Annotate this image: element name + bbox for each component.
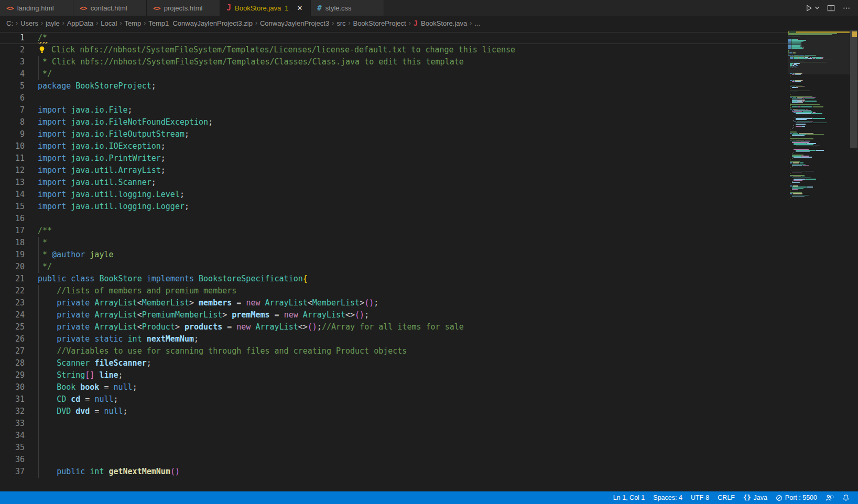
code-line-35[interactable]: 35 [0, 442, 788, 454]
status-cursor-position[interactable]: Ln 1, Col 1 [609, 491, 649, 504]
line-number[interactable]: 32 [0, 406, 25, 418]
line-number[interactable]: 6 [0, 92, 25, 104]
line-number[interactable]: 16 [0, 213, 25, 225]
line-number[interactable]: 37 [0, 466, 25, 478]
status-live-server-port[interactable]: Port : 5500 [772, 491, 821, 504]
code-line-22[interactable]: 22 //lists of members and premium member… [0, 285, 788, 297]
line-number[interactable]: 27 [0, 345, 25, 357]
more-actions-button[interactable] [842, 4, 851, 12]
code-line-13[interactable]: 13import java.util.Scanner; [0, 177, 788, 189]
scrollbar-slider[interactable] [850, 30, 857, 148]
code-line-25[interactable]: 25 private ArrayList<Product> products =… [0, 321, 788, 333]
line-number[interactable]: 26 [0, 333, 25, 345]
status-eol[interactable]: CRLF [713, 491, 739, 504]
code-line-3[interactable]: 3 * Click nbfs://nbhost/SystemFileSystem… [0, 56, 788, 68]
code-line-1[interactable]: 1/* [0, 32, 788, 44]
code-line-21[interactable]: 21public class BookStore implements Book… [0, 273, 788, 285]
minimap[interactable] [788, 30, 850, 491]
breadcrumb-segment-BookStoreProject[interactable]: BookStoreProject [353, 19, 406, 27]
status-language-mode[interactable]: {}Java [739, 491, 772, 504]
tab-BookStore.java[interactable]: JBookStore.java1✕ [220, 0, 311, 16]
line-number[interactable]: 36 [0, 454, 25, 466]
code-line-23[interactable]: 23 private ArrayList<MemberList> members… [0, 297, 788, 309]
breadcrumb-segment-C-[interactable]: C: [6, 19, 13, 27]
vertical-scrollbar[interactable] [850, 30, 858, 491]
line-number[interactable]: 24 [0, 309, 25, 321]
line-number[interactable]: 17 [0, 225, 25, 237]
code-line-5[interactable]: 5package BookStoreProject; [0, 80, 788, 92]
line-number[interactable]: 15 [0, 201, 25, 213]
code-line-4[interactable]: 4 */ [0, 68, 788, 80]
line-number[interactable]: 23 [0, 297, 25, 309]
line-number[interactable]: 11 [0, 152, 25, 165]
code-line-11[interactable]: 11import java.io.PrintWriter; [0, 152, 788, 165]
status-notifications[interactable] [838, 491, 854, 504]
code-line-28[interactable]: 28 Scanner fileScanner; [0, 357, 788, 369]
status-feedback[interactable] [821, 491, 838, 504]
line-number[interactable]: 1 [0, 32, 25, 44]
breadcrumb-segment-BookStore.java[interactable]: JBookStore.java [414, 19, 468, 27]
tab-style.css[interactable]: #style.css [311, 0, 384, 16]
code-line-32[interactable]: 32 DVD dvd = null; [0, 406, 788, 418]
status-indentation[interactable]: Spaces: 4 [649, 491, 687, 504]
breadcrumb-segment-Temp[interactable]: Temp [124, 19, 141, 27]
code-line-31[interactable]: 31 CD cd = null; [0, 393, 788, 406]
line-number[interactable]: 28 [0, 357, 25, 369]
line-number[interactable]: 14 [0, 189, 25, 201]
code-line-7[interactable]: 7import java.io.File; [0, 104, 788, 116]
line-number[interactable]: 22 [0, 285, 25, 297]
code-line-36[interactable]: 36 [0, 454, 788, 466]
code-line-6[interactable]: 6 [0, 92, 788, 104]
breadcrumb-segment-...[interactable]: ... [474, 19, 480, 27]
lightbulb-icon[interactable] [38, 46, 46, 54]
breadcrumb-segment-Local[interactable]: Local [101, 19, 117, 27]
code-line-33[interactable]: 33 [0, 418, 788, 430]
code-line-26[interactable]: 26 private static int nextMemNum; [0, 333, 788, 345]
breadcrumb-segment-src[interactable]: src [336, 19, 345, 27]
line-number[interactable]: 20 [0, 261, 25, 273]
breadcrumb-segment-jayle[interactable]: jayle [46, 19, 60, 27]
line-number[interactable]: 34 [0, 430, 25, 442]
code-line-27[interactable]: 27 //Variables to use for scanning throu… [0, 345, 788, 357]
code-line-18[interactable]: 18 * [0, 237, 788, 249]
code-line-9[interactable]: 9import java.io.FileOutputStream; [0, 128, 788, 140]
code-line-17[interactable]: 17/** [0, 225, 788, 237]
code-line-37[interactable]: 37 public int getNextMemNum() [0, 466, 788, 478]
line-number[interactable]: 12 [0, 165, 25, 177]
code-line-2[interactable]: 2 Click nbfs://nbhost/SystemFileSystem/T… [0, 44, 788, 56]
line-number[interactable]: 4 [0, 68, 25, 80]
code-line-19[interactable]: 19 * @author jayle [0, 249, 788, 261]
code-line-8[interactable]: 8import java.io.FileNotFoundException; [0, 116, 788, 128]
line-number[interactable]: 21 [0, 273, 25, 285]
line-number[interactable]: 3 [0, 56, 25, 68]
code-line-15[interactable]: 15import java.util.logging.Logger; [0, 201, 788, 213]
code-line-12[interactable]: 12import java.util.ArrayList; [0, 165, 788, 177]
code-line-10[interactable]: 10import java.io.IOException; [0, 140, 788, 152]
breadcrumb-segment-ConwayJaylenProject3[interactable]: ConwayJaylenProject3 [260, 19, 329, 27]
line-number[interactable]: 18 [0, 237, 25, 249]
line-number[interactable]: 8 [0, 116, 25, 128]
breadcrumb-segment-Users[interactable]: Users [20, 19, 38, 27]
tab-projects.html[interactable]: <>projects.html [147, 0, 220, 16]
line-number[interactable]: 19 [0, 249, 25, 261]
code-line-16[interactable]: 16 [0, 213, 788, 225]
line-number[interactable]: 7 [0, 104, 25, 116]
line-number[interactable]: 13 [0, 177, 25, 189]
code-line-14[interactable]: 14import java.util.logging.Level; [0, 189, 788, 201]
line-number[interactable]: 30 [0, 381, 25, 393]
line-number[interactable]: 31 [0, 393, 25, 406]
line-number[interactable]: 33 [0, 418, 25, 430]
line-number[interactable]: 29 [0, 369, 25, 381]
tab-landing.html[interactable]: <>landing.html [0, 0, 73, 16]
breadcrumb-segment-Temp1-ConwayJaylenProject3.zip[interactable]: Temp1_ConwayJaylenProject3.zip [148, 19, 253, 27]
code-line-20[interactable]: 20 */ [0, 261, 788, 273]
line-number[interactable]: 25 [0, 321, 25, 333]
line-number[interactable]: 2 [0, 44, 25, 56]
line-number[interactable]: 9 [0, 128, 25, 140]
code-area[interactable]: 1/*2 Click nbfs://nbhost/SystemFileSyste… [0, 30, 788, 491]
code-line-29[interactable]: 29 String[] line; [0, 369, 788, 381]
line-number[interactable]: 10 [0, 140, 25, 152]
code-line-34[interactable]: 34 [0, 430, 788, 442]
status-encoding[interactable]: UTF-8 [687, 491, 713, 504]
close-tab-button[interactable]: ✕ [295, 4, 304, 13]
